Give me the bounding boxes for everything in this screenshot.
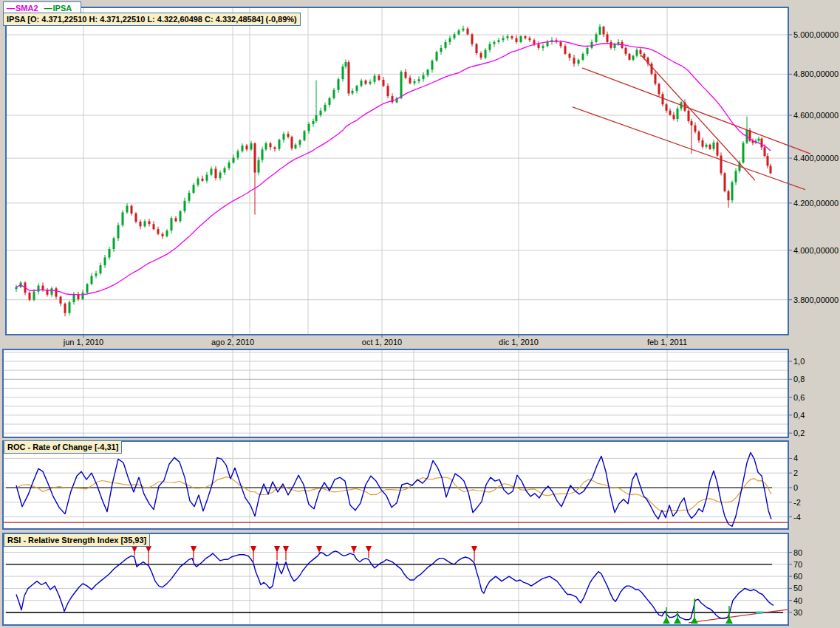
svg-text:4.000,00000: 4.000,00000 — [793, 246, 839, 255]
svg-text:0,2: 0,2 — [793, 429, 805, 437]
svg-text:-4: -4 — [793, 513, 801, 522]
svg-text:80: 80 — [793, 548, 802, 557]
svg-text:4.800,00000: 4.800,00000 — [793, 69, 839, 78]
svg-text:2: 2 — [793, 468, 798, 477]
svg-text:0,8: 0,8 — [793, 375, 805, 383]
svg-text:30: 30 — [793, 608, 802, 617]
svg-text:0,4: 0,4 — [793, 411, 805, 420]
svg-text:4.400,00000: 4.400,00000 — [793, 154, 839, 163]
ohlc-info-text: IPSA [O: 4.371,22510 H: 4.371,22510 L: 4… — [7, 15, 297, 24]
svg-text:4.600,00000: 4.600,00000 — [793, 111, 839, 120]
svg-text:0: 0 — [793, 483, 798, 492]
ipsa-color-dash: — — [44, 4, 52, 13]
legend-label-sma2: SMA2 — [16, 4, 38, 13]
price-panel[interactable]: 5.000,000004.800,000004.600,000004.400,0… — [6, 7, 839, 347]
svg-text:feb 1, 2011: feb 1, 2011 — [647, 338, 687, 347]
roc-indicator-label[interactable]: ROC - Rate of Change [-4,31] — [4, 440, 122, 454]
svg-text:0,6: 0,6 — [793, 393, 805, 402]
roc-panel[interactable]: 420-2-4 — [3, 441, 801, 529]
roc-label-text: ROC - Rate of Change [-4,31] — [7, 443, 118, 451]
legend-item-sma2[interactable]: —SMA2 — [7, 4, 38, 13]
svg-text:jun 1, 2010: jun 1, 2010 — [63, 338, 103, 347]
ohlc-info-box: IPSA [O: 4.371,22510 H: 4.371,22510 L: 4… — [3, 13, 301, 26]
svg-text:4: 4 — [793, 454, 798, 463]
svg-text:50: 50 — [793, 584, 802, 593]
svg-text:1,0: 1,0 — [793, 357, 805, 366]
legend-label-ipsa: IPSA — [53, 4, 72, 13]
svg-text:oct 1, 2010: oct 1, 2010 — [362, 338, 402, 347]
svg-text:5.000,00000: 5.000,00000 — [793, 30, 839, 39]
sma2-color-dash: — — [7, 4, 15, 13]
svg-text:60: 60 — [793, 572, 802, 581]
rsi-panel[interactable]: 807060504030 — [3, 533, 802, 625]
svg-text:40: 40 — [793, 596, 802, 605]
trading-chart-window: 5.000,000004.800,000004.600,000004.400,0… — [0, 0, 840, 628]
empty-indicator-panel: 1,00,80,60,40,2 — [3, 349, 805, 437]
rsi-label-text: RSI - Relative Strength Index [35,93] — [7, 536, 146, 545]
svg-text:3.800,00000: 3.800,00000 — [793, 296, 839, 304]
svg-text:4.200,00000: 4.200,00000 — [793, 199, 839, 208]
svg-text:70: 70 — [793, 560, 802, 569]
svg-text:ago 2, 2010: ago 2, 2010 — [211, 338, 254, 347]
rsi-indicator-label[interactable]: RSI - Relative Strength Index [35,93] — [4, 533, 150, 547]
svg-text:dic 1, 2010: dic 1, 2010 — [499, 338, 539, 347]
legend-item-ipsa[interactable]: —IPSA — [44, 4, 72, 13]
svg-text:-2: -2 — [793, 498, 801, 507]
